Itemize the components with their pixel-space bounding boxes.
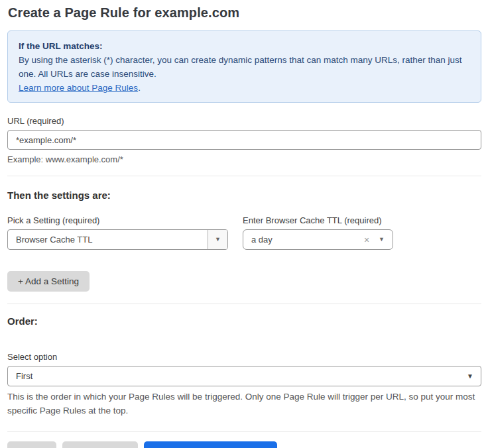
url-input[interactable] <box>7 130 481 150</box>
save-and-deploy-button[interactable]: Save and Deploy Page Rule <box>144 441 278 448</box>
order-select-wrap: First ▼ <box>7 366 481 386</box>
settings-row: Pick a Setting (required) Browser Cache … <box>7 215 481 250</box>
url-example-helper: Example: www.example.com/* <box>7 154 481 164</box>
divider <box>7 431 481 432</box>
settings-section-heading: Then the settings are: <box>7 190 481 201</box>
order-select[interactable]: First <box>7 366 481 386</box>
learn-more-link[interactable]: Learn more about Page Rules <box>19 83 138 93</box>
order-select-value: First <box>16 371 32 381</box>
url-match-info-callout: If the URL matches: By using the asteris… <box>7 30 481 103</box>
setting-picker-dropdown[interactable]: Browser Cache TTL ▼ <box>7 229 228 250</box>
divider <box>7 176 481 176</box>
create-page-rule-form: Create a Page Rule for example.com If th… <box>0 0 488 448</box>
chevron-down-icon: ▼ <box>215 237 221 243</box>
info-callout-heading: If the URL matches: <box>19 39 470 53</box>
link-period: . <box>138 83 141 93</box>
setting-picker-column: Pick a Setting (required) Browser Cache … <box>7 215 228 250</box>
divider <box>7 304 481 304</box>
save-as-draft-button[interactable]: Save as Draft <box>62 441 138 448</box>
setting-picker-value: Browser Cache TTL <box>8 235 208 245</box>
url-field-label: URL (required) <box>7 116 481 126</box>
order-select-label: Select option <box>7 352 481 362</box>
setting-picker-arrow-box[interactable]: ▼ <box>208 230 227 249</box>
form-actions: Cancel Save as Draft Save and Deploy Pag… <box>7 441 481 448</box>
clear-icon[interactable]: × <box>364 235 369 245</box>
ttl-picker-column: Enter Browser Cache TTL (required) a day… <box>243 215 393 250</box>
chevron-down-icon: ▼ <box>379 237 385 243</box>
ttl-picker-dropdown[interactable]: a day × ▼ <box>243 229 393 250</box>
order-section-heading: Order: <box>7 315 481 327</box>
page-title: Create a Page Rule for example.com <box>7 5 481 21</box>
cancel-button[interactable]: Cancel <box>7 441 56 448</box>
add-setting-button[interactable]: + Add a Setting <box>7 271 90 292</box>
ttl-picker-label: Enter Browser Cache TTL (required) <box>243 215 393 225</box>
info-callout-body: By using the asterisk (*) character, you… <box>19 53 470 95</box>
order-helper-text: This is the order in which your Page Rul… <box>7 390 481 418</box>
ttl-picker-value: a day <box>243 235 364 245</box>
setting-picker-label: Pick a Setting (required) <box>7 215 228 225</box>
